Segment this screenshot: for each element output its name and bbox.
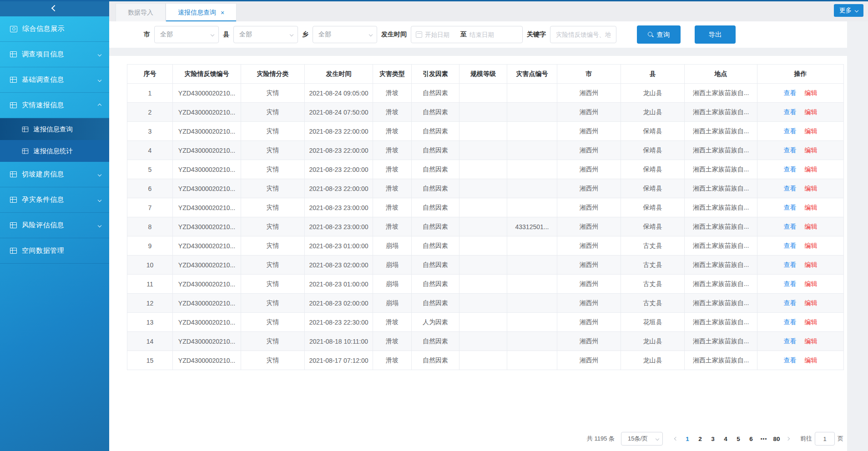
cell-factor: 自然因素 xyxy=(412,198,459,217)
table-row: 4YZD43000020210...灾情2021-08-23 22:00:00滑… xyxy=(127,141,844,160)
page-size-select[interactable]: 15条/页 xyxy=(621,432,663,446)
cell-operations: 查看编辑 xyxy=(757,198,844,217)
cell-point_code xyxy=(507,84,557,103)
cell-category: 灾情 xyxy=(241,351,305,370)
view-link[interactable]: 查看 xyxy=(784,337,797,345)
page-number-5[interactable]: 5 xyxy=(734,436,743,442)
view-link[interactable]: 查看 xyxy=(784,127,797,135)
town-select[interactable]: 全部 xyxy=(313,26,377,43)
edit-link[interactable]: 编辑 xyxy=(805,318,818,326)
column-header-规模等级: 规模等级 xyxy=(459,65,507,84)
edit-link[interactable]: 编辑 xyxy=(805,165,818,173)
sidebar-item-空间数据管理[interactable]: 空间数据管理 xyxy=(0,238,109,264)
cell-scale xyxy=(459,313,507,332)
search-button[interactable]: 查询 xyxy=(637,25,681,44)
main-area: 数据导入速报信息查询× 更多 市 全部 县 全部 乡 全部 发生时间 xyxy=(109,0,868,451)
next-page-button[interactable] xyxy=(787,437,789,440)
column-header-市: 市 xyxy=(557,65,621,84)
edit-link[interactable]: 编辑 xyxy=(805,280,818,287)
table-header-row: 序号灾险情反馈编号灾险情分类发生时间灾害类型引发因素规模等级灾害点编号市县地点操… xyxy=(127,65,844,84)
sidebar-item-切坡建房信息[interactable]: 切坡建房信息 xyxy=(0,162,109,187)
edit-link[interactable]: 编辑 xyxy=(805,242,818,249)
page-number-80[interactable]: 80 xyxy=(772,436,781,442)
date-range-picker[interactable]: 至 xyxy=(411,26,523,43)
view-link[interactable]: 查看 xyxy=(784,165,797,173)
view-link[interactable]: 查看 xyxy=(784,280,797,287)
view-link[interactable]: 查看 xyxy=(784,146,797,154)
keyword-input[interactable] xyxy=(550,26,616,43)
page-number-1[interactable]: 1 xyxy=(683,436,692,442)
export-button[interactable]: 导出 xyxy=(695,25,736,44)
edit-link[interactable]: 编辑 xyxy=(805,146,818,154)
city-select-value: 全部 xyxy=(160,30,211,39)
city-select[interactable]: 全部 xyxy=(154,26,219,43)
sidebar-item-调查项目信息[interactable]: 调查项目信息 xyxy=(0,42,109,67)
tab-数据导入[interactable]: 数据导入 xyxy=(116,3,166,21)
edit-link[interactable]: 编辑 xyxy=(805,185,818,192)
edit-link[interactable]: 编辑 xyxy=(805,108,818,115)
edit-link[interactable]: 编辑 xyxy=(805,337,818,345)
edit-link[interactable]: 编辑 xyxy=(805,89,818,96)
more-button[interactable]: 更多 xyxy=(834,4,863,17)
edit-link[interactable]: 编辑 xyxy=(805,223,818,230)
sidebar-collapse-button[interactable] xyxy=(0,0,109,16)
page-number-2[interactable]: 2 xyxy=(696,436,705,442)
page-more-icon[interactable]: ••• xyxy=(759,436,768,441)
cell-city: 湘西州 xyxy=(557,179,621,198)
cell-type: 崩塌 xyxy=(373,256,412,275)
sidebar-subitem-速报信息统计[interactable]: 速报信息统计 xyxy=(0,140,109,162)
page-number-3[interactable]: 3 xyxy=(708,436,717,442)
close-icon[interactable]: × xyxy=(221,10,224,16)
sidebar-menu: 综合信息展示调查项目信息基础调查信息灾情速报信息速报信息查询速报信息统计切坡建房… xyxy=(0,16,109,264)
goto-page-input[interactable] xyxy=(815,432,835,446)
edit-link[interactable]: 编辑 xyxy=(805,204,818,211)
edit-link[interactable]: 编辑 xyxy=(805,299,818,306)
sidebar-subitem-速报信息查询[interactable]: 速报信息查询 xyxy=(0,118,109,140)
page-number-6[interactable]: 6 xyxy=(747,436,756,442)
view-link[interactable]: 查看 xyxy=(784,318,797,326)
view-link[interactable]: 查看 xyxy=(784,356,797,364)
view-link[interactable]: 查看 xyxy=(784,204,797,211)
tab-label: 数据导入 xyxy=(128,9,153,17)
column-header-地点: 地点 xyxy=(685,65,757,84)
table-icon xyxy=(10,102,17,108)
page-number-4[interactable]: 4 xyxy=(721,436,730,442)
cell-time: 2021-08-23 23:00:00 xyxy=(305,217,373,236)
tab-速报信息查询[interactable]: 速报信息查询× xyxy=(166,3,237,21)
prev-page-button[interactable] xyxy=(675,437,677,440)
view-link[interactable]: 查看 xyxy=(784,223,797,230)
view-link[interactable]: 查看 xyxy=(784,89,797,96)
view-link[interactable]: 查看 xyxy=(784,185,797,192)
edit-link[interactable]: 编辑 xyxy=(805,127,818,135)
start-date-input[interactable] xyxy=(425,31,458,38)
edit-link[interactable]: 编辑 xyxy=(805,356,818,364)
sidebar-item-孕灾条件信息[interactable]: 孕灾条件信息 xyxy=(0,187,109,213)
table-row: 1YZD43000020210...灾情2021-08-24 09:05:00滑… xyxy=(127,84,844,103)
cell-location: 湘西土家族苗族自... xyxy=(685,179,757,198)
cell-point_code xyxy=(507,256,557,275)
cell-time: 2021-08-24 07:50:00 xyxy=(305,103,373,122)
cell-time: 2021-08-23 22:00:00 xyxy=(305,160,373,179)
view-link[interactable]: 查看 xyxy=(784,242,797,249)
cell-scale xyxy=(459,179,507,198)
cell-factor: 自然因素 xyxy=(412,275,459,294)
sidebar-item-基础调查信息[interactable]: 基础调查信息 xyxy=(0,67,109,93)
sidebar-item-风险评估信息[interactable]: 风险评估信息 xyxy=(0,213,109,238)
sidebar-item-灾情速报信息[interactable]: 灾情速报信息 xyxy=(0,93,109,118)
table-section: 序号灾险情反馈编号灾险情分类发生时间灾害类型引发因素规模等级灾害点编号市县地点操… xyxy=(109,56,847,451)
county-select[interactable]: 全部 xyxy=(233,26,298,43)
cell-category: 灾情 xyxy=(241,84,305,103)
cell-type: 滑坡 xyxy=(373,122,412,141)
table-icon xyxy=(10,222,17,228)
cell-city: 湘西州 xyxy=(557,122,621,141)
view-link[interactable]: 查看 xyxy=(784,299,797,306)
chevron-down-icon xyxy=(211,33,214,36)
end-date-input[interactable] xyxy=(469,31,502,38)
view-link[interactable]: 查看 xyxy=(784,108,797,115)
county-select-value: 全部 xyxy=(239,30,290,39)
sidebar-item-综合信息展示[interactable]: 综合信息展示 xyxy=(0,16,109,42)
edit-link[interactable]: 编辑 xyxy=(805,261,818,268)
cell-category: 灾情 xyxy=(241,313,305,332)
cell-city: 湘西州 xyxy=(557,294,621,313)
view-link[interactable]: 查看 xyxy=(784,261,797,268)
